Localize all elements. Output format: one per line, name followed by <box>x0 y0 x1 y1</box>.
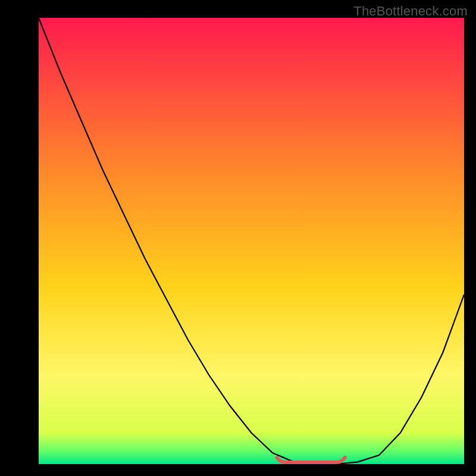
plot-background <box>39 18 464 464</box>
chart-frame: TheBottleneck.com <box>0 0 476 476</box>
watermark-text: TheBottleneck.com <box>353 4 468 19</box>
chart-svg <box>0 0 476 476</box>
